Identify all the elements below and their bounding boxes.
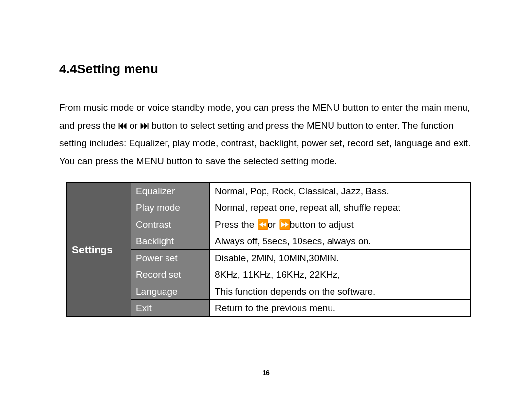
setting-value: 8KHz, 11KHz, 16KHz, 22KHz,: [210, 266, 471, 283]
setting-label: Language: [131, 283, 210, 300]
setting-value: Normal, repeat one, repeat all, shuffle …: [210, 200, 471, 216]
table-row: Settings Equalizer Normal, Pop, Rock, Cl…: [67, 183, 471, 200]
setting-label: Contrast: [131, 216, 210, 233]
setting-label: Play mode: [131, 200, 210, 216]
prev-track-icon: ⏮: [118, 117, 127, 134]
setting-label: Power set: [131, 250, 210, 266]
section-heading: 4.4Setting menu: [59, 62, 473, 77]
setting-value: This function depends on the software.: [210, 283, 471, 300]
fast-forward-icon: ⏩: [279, 219, 290, 230]
value-text-mid: or: [268, 219, 279, 230]
para-text-mid: or: [127, 120, 140, 131]
setting-label: Backlight: [131, 233, 210, 250]
next-track-icon: ⏭: [140, 117, 149, 134]
setting-value: Disable, 2MIN, 10MIN,30MIN.: [210, 250, 471, 266]
setting-label: Exit: [131, 300, 210, 317]
setting-value: Return to the previous menu.: [210, 300, 471, 317]
intro-paragraph: From music mode or voice standby mode, y…: [59, 99, 473, 170]
value-text-post: button to adjust: [290, 219, 354, 230]
setting-value: Normal, Pop, Rock, Classical, Jazz, Bass…: [210, 183, 471, 200]
setting-label: Record set: [131, 266, 210, 283]
setting-value: Press the ⏪or ⏩button to adjust: [210, 216, 471, 233]
page-number: 16: [0, 369, 532, 377]
value-text-pre: Press the: [215, 219, 257, 230]
rewind-icon: ⏪: [257, 219, 268, 230]
setting-value: Always off, 5secs, 10secs, always on.: [210, 233, 471, 250]
settings-rowspan-header: Settings: [67, 183, 131, 317]
setting-label: Equalizer: [131, 183, 210, 200]
settings-table: Settings Equalizer Normal, Pop, Rock, Cl…: [66, 182, 471, 317]
